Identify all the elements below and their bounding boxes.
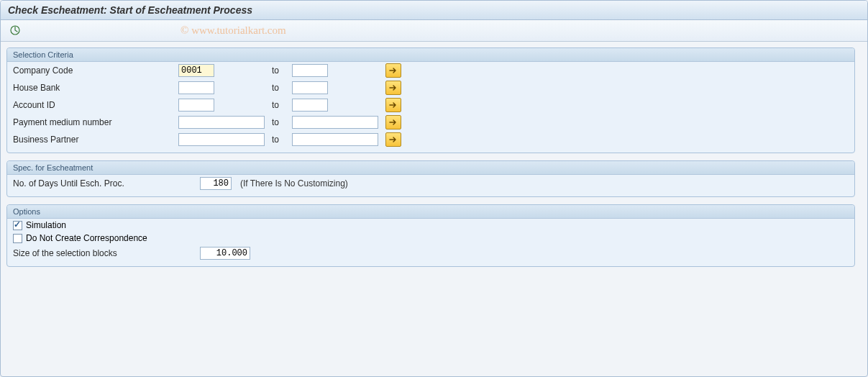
account-id-to-input[interactable] [292,99,328,112]
row-business-partner: Business Partner to [7,131,854,148]
group-title-spec: Spec. for Escheatment [7,161,854,175]
label-account-id: Account ID [13,100,178,110]
row-simulation: Simulation [7,219,854,232]
group-title-options: Options [7,205,854,219]
row-no-correspondence: Do Not Create Correspondence [7,232,854,245]
label-company-code: Company Code [13,65,178,76]
row-account-id: Account ID to [7,96,854,114]
days-until-input[interactable] [200,177,232,190]
group-title-selection: Selection Criteria [7,48,854,62]
block-size-input[interactable] [200,247,250,260]
group-selection-criteria: Selection Criteria Company Code to House… [6,47,855,153]
watermark: © www.tutorialkart.com [181,24,286,37]
window-title: Check Escheatment: Start of Escheatment … [1,1,867,20]
house-bank-to-input[interactable] [292,81,328,94]
payment-medium-to-input[interactable] [292,116,378,129]
business-partner-to-input[interactable] [292,133,378,146]
label-simulation: Simulation [26,220,66,230]
house-bank-from-input[interactable] [178,81,214,94]
multiple-selection-button[interactable] [385,63,401,78]
label-house-bank: House Bank [13,83,178,93]
multiple-selection-button[interactable] [385,81,401,95]
company-code-to-input[interactable] [292,64,328,77]
row-payment-medium: Payment medium number to [7,114,854,131]
to-label: to [272,135,292,145]
execute-icon[interactable] [8,23,22,37]
row-house-bank: House Bank to [7,79,854,96]
multiple-selection-button[interactable] [385,132,401,147]
label-block-size: Size of the selection blocks [13,248,200,258]
multiple-selection-button[interactable] [385,115,401,130]
to-label: to [272,65,292,76]
content-area: Selection Criteria Company Code to House… [1,42,867,280]
label-payment-medium: Payment medium number [13,117,178,127]
business-partner-from-input[interactable] [178,133,265,146]
multiple-selection-button[interactable] [385,98,401,112]
row-days-until: No. of Days Until Esch. Proc. (If There … [7,175,854,192]
toolbar: © www.tutorialkart.com [1,20,867,42]
to-label: to [272,100,292,110]
note-no-customizing: (If There Is No Customizing) [240,178,348,188]
label-days-until: No. of Days Until Esch. Proc. [13,178,200,188]
payment-medium-from-input[interactable] [178,116,265,129]
label-no-correspondence: Do Not Create Correspondence [26,233,147,243]
label-business-partner: Business Partner [13,135,178,145]
company-code-from-input[interactable] [178,64,214,77]
row-company-code: Company Code to [7,62,854,79]
to-label: to [272,83,292,93]
group-spec-escheatment: Spec. for Escheatment No. of Days Until … [6,160,855,197]
group-options: Options Simulation Do Not Create Corresp… [6,204,855,267]
account-id-from-input[interactable] [178,99,214,112]
no-correspondence-checkbox[interactable] [13,234,22,243]
to-label: to [272,117,292,127]
row-block-size: Size of the selection blocks [7,245,854,262]
simulation-checkbox[interactable] [13,221,22,230]
